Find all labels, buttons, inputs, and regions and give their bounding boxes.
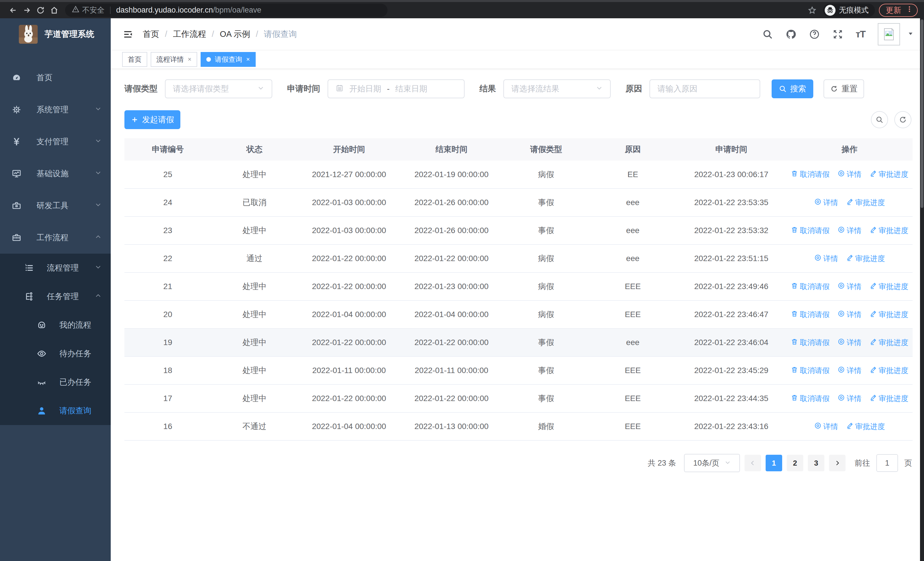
detail-action-link[interactable]: 详情 (814, 254, 838, 264)
breadcrumb-item[interactable]: OA 示例 (220, 29, 250, 40)
date-separator: - (387, 84, 390, 93)
create-leave-button[interactable]: 发起请假 (124, 110, 180, 129)
tag-leave-query[interactable]: 请假查询× (201, 52, 256, 67)
result-select[interactable]: 请选择流结果 (503, 80, 610, 98)
cell-status: 处理中 (211, 301, 298, 328)
sidebar-item-system-mgmt[interactable]: 系统管理 (0, 94, 111, 126)
search-button[interactable]: 搜索 (772, 80, 813, 98)
progress-action-link[interactable]: 审批进度 (870, 226, 908, 236)
reset-button[interactable]: 重置 (824, 80, 864, 98)
page-size-select[interactable]: 10条/页 (684, 454, 740, 472)
detail-action-link[interactable]: 详情 (837, 226, 861, 236)
progress-action-link[interactable]: 审批进度 (870, 365, 908, 376)
breadcrumb-item[interactable]: 首页 (142, 29, 159, 40)
browser-menu-dots-icon[interactable] (906, 5, 913, 15)
table-row: 23处理中2022-01-03 00:00:002022-01-26 00:00… (124, 217, 913, 245)
page-button-2[interactable]: 2 (787, 455, 803, 471)
sidebar-item-task-mgmt[interactable]: 任务管理 (0, 282, 111, 311)
tag-process-detail[interactable]: 流程详情× (151, 52, 197, 67)
avatar-caret-icon[interactable] (908, 30, 914, 38)
sidebar-item-todo-tasks[interactable]: 待办任务 (0, 339, 111, 368)
detail-action-link[interactable]: 详情 (837, 310, 861, 320)
progress-action-link[interactable]: 审批进度 (870, 394, 908, 404)
sidebar-item-home[interactable]: 首页 (0, 62, 111, 94)
detail-action-link[interactable]: 详情 (837, 282, 861, 292)
sidebar-item-dev-tools[interactable]: 研发工具 (0, 190, 111, 222)
cell-id: 21 (124, 272, 211, 301)
detail-action-label: 详情 (823, 254, 838, 264)
progress-action-link[interactable]: 审批进度 (870, 282, 908, 292)
page-scrollbar[interactable] (920, 18, 924, 561)
browser-forward-button[interactable] (20, 3, 34, 17)
browser-reload-button[interactable] (34, 3, 47, 17)
sidebar-item-workflow[interactable]: 工作流程 (0, 222, 111, 254)
goto-page-input[interactable]: 1 (876, 454, 898, 472)
browser-home-button[interactable] (47, 3, 61, 17)
table-search-toggle-button[interactable] (871, 111, 888, 128)
sidebar-item-infrastructure[interactable]: 基础设施 (0, 158, 111, 190)
cancel-action-link[interactable]: 取消请假 (791, 365, 830, 376)
cancel-action-link[interactable]: 取消请假 (791, 310, 830, 320)
detail-action-link[interactable]: 详情 (837, 338, 861, 347)
sidebar-item-pay-mgmt[interactable]: 支付管理 (0, 126, 111, 158)
sidebar-item-process-mgmt[interactable]: 流程管理 (0, 254, 111, 282)
font-size-icon[interactable]: ᴛT (856, 29, 865, 40)
apply-time-range-picker[interactable]: 开始日期 - 结束日期 (328, 80, 465, 98)
cancel-action-link[interactable]: 取消请假 (791, 282, 830, 292)
detail-action-link[interactable]: 详情 (814, 422, 838, 432)
progress-action-link[interactable]: 审批进度 (870, 338, 908, 347)
breadcrumb-item[interactable]: 工作流程 (173, 29, 206, 40)
cancel-action-link[interactable]: 取消请假 (791, 394, 830, 404)
chevron-up-icon (95, 233, 102, 242)
user-avatar[interactable] (878, 23, 900, 45)
help-icon[interactable] (809, 29, 820, 40)
progress-action-link[interactable]: 审批进度 (846, 198, 885, 208)
scrollbar-thumb[interactable] (921, 20, 923, 208)
prev-page-button[interactable] (744, 455, 761, 471)
progress-action-link[interactable]: 审批进度 (870, 310, 908, 320)
sidebar-menu: 首页系统管理支付管理基础设施研发工具工作流程流程管理任务管理我的流程待办任务已办… (0, 62, 111, 425)
delete-icon (791, 310, 798, 319)
fullscreen-icon[interactable] (832, 29, 843, 40)
cancel-action-link[interactable]: 取消请假 (791, 226, 830, 236)
reason-input[interactable]: 请输入原因 (650, 80, 760, 98)
app-title: 芋道管理系统 (45, 29, 94, 40)
tag-close-icon[interactable]: × (246, 56, 250, 63)
sidebar-item-my-process[interactable]: 我的流程 (0, 311, 111, 339)
delete-icon (791, 338, 798, 347)
calendar-icon (336, 84, 344, 94)
yen-icon (11, 137, 22, 147)
sidebar-item-done-tasks[interactable]: 已办任务 (0, 368, 111, 397)
page-button-3[interactable]: 3 (808, 455, 824, 471)
search-icon[interactable] (762, 29, 773, 40)
browser-back-button[interactable] (6, 3, 20, 17)
address-bar[interactable]: 不安全 dashboard.yudao.iocoder.cn/bpm/oa/le… (65, 4, 387, 17)
chevron-down-icon (95, 263, 102, 272)
column-header: 申请编号 (124, 138, 211, 161)
cancel-action-link[interactable]: 取消请假 (791, 338, 830, 347)
tag-close-icon[interactable]: × (188, 56, 192, 63)
page-button-1[interactable]: 1 (766, 455, 782, 471)
sidebar-item-leave-query[interactable]: 请假查询 (0, 397, 111, 425)
table-refresh-button[interactable] (894, 111, 912, 128)
cell-type: 病假 (503, 161, 590, 188)
progress-action-link[interactable]: 审批进度 (846, 422, 885, 432)
cell-start: 2021-12-27 00:00:00 (298, 161, 400, 188)
edit-icon (870, 282, 877, 291)
tag-home[interactable]: 首页 (122, 52, 147, 67)
progress-action-link[interactable]: 审批进度 (870, 169, 908, 179)
detail-action-link[interactable]: 详情 (814, 198, 838, 208)
sidebar-collapse-icon[interactable] (121, 27, 135, 41)
leave-type-select[interactable]: 请选择请假类型 (165, 80, 272, 98)
progress-action-link[interactable]: 审批进度 (846, 254, 885, 264)
cancel-action-link[interactable]: 取消请假 (791, 169, 830, 179)
detail-action-link[interactable]: 详情 (837, 169, 861, 179)
detail-action-link[interactable]: 详情 (837, 365, 861, 376)
submenu-workflow: 流程管理任务管理我的流程待办任务已办任务请假查询 (0, 254, 111, 425)
detail-action-link[interactable]: 详情 (837, 394, 861, 404)
github-icon[interactable] (786, 29, 796, 40)
progress-action-label: 审批进度 (855, 422, 885, 432)
next-page-button[interactable] (829, 455, 846, 471)
browser-update-button[interactable]: 更新 (879, 4, 918, 17)
bookmark-star-icon[interactable] (805, 3, 819, 17)
